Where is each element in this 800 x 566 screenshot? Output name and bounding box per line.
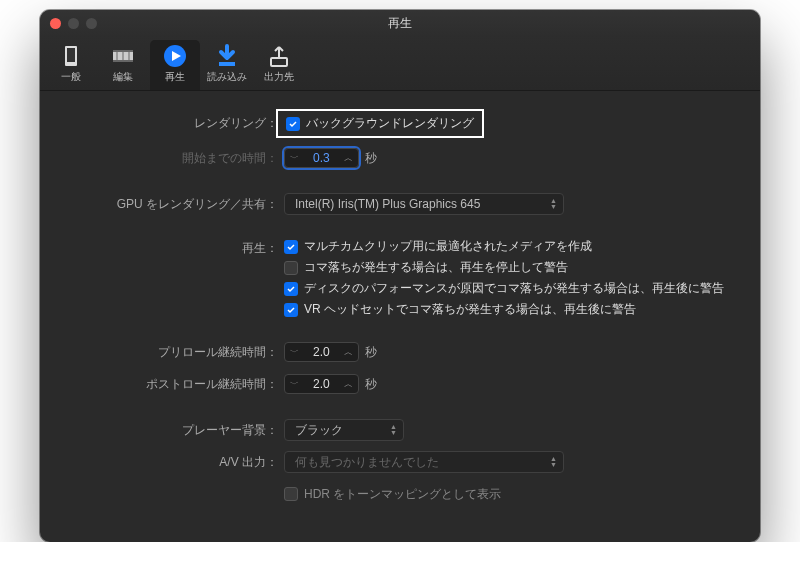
playback-option-label: コマ落ちが発生する場合は、再生を停止して警告 [304,259,568,276]
av-out-label: A/V 出力： [68,454,284,471]
svg-rect-11 [271,58,287,66]
preroll-label: プリロール継続時間： [68,344,284,361]
content-area: レンダリング： バックグラウンドレンダリング 開始までの時間： ﹀ 0.3 ︿ … [40,91,760,542]
rendering-label: レンダリング： [68,115,284,132]
hdr-label: HDR をトーンマッピングとして表示 [304,486,501,503]
tab-general[interactable]: 一般 [46,40,96,90]
window-title: 再生 [40,15,760,32]
playback-option-label: VR ヘッドセットでコマ落ちが発生する場合は、再生後に警告 [304,301,636,318]
tab-editing[interactable]: 編集 [98,40,148,90]
chevron-down-icon[interactable]: ﹀ [285,149,303,167]
tab-destinations[interactable]: 出力先 [254,40,304,90]
preferences-window: 再生 一般 編集 再生 読み込み [40,10,760,542]
postroll-label: ポストロール継続時間： [68,376,284,393]
bg-rendering-label: バックグラウンドレンダリング [306,115,474,132]
chevron-up-icon[interactable]: ︿ [340,343,358,361]
preroll-stepper[interactable]: ﹀ 2.0 ︿ [284,342,359,362]
gpu-select[interactable]: Intel(R) Iris(TM) Plus Graphics 645 ▲▼ [284,193,564,215]
playback-option-checkbox[interactable] [284,282,298,296]
playback-option-checkbox[interactable] [284,261,298,275]
editing-icon [111,44,135,68]
chevron-up-icon[interactable]: ︿ [340,149,358,167]
svg-rect-10 [219,62,235,66]
playback-option-label: ディスクのパフォーマンスが原因でコマ落ちが発生する場合は、再生後に警告 [304,280,724,297]
tab-playback[interactable]: 再生 [150,40,200,90]
chevron-up-icon[interactable]: ︿ [340,375,358,393]
postroll-stepper[interactable]: ﹀ 2.0 ︿ [284,374,359,394]
chevron-down-icon[interactable]: ﹀ [285,343,303,361]
start-delay-stepper[interactable]: ﹀ 0.3 ︿ [284,148,359,168]
highlight-annotation: バックグラウンドレンダリング [276,109,484,138]
updown-icon: ▲▼ [390,424,397,436]
playback-option-checkbox[interactable] [284,303,298,317]
playback-label: 再生： [68,238,284,257]
av-out-select[interactable]: 何も見つかりませんでした ▲▼ [284,451,564,473]
import-icon [215,44,239,68]
chevron-down-icon[interactable]: ﹀ [285,375,303,393]
player-bg-select[interactable]: ブラック ▲▼ [284,419,404,441]
start-delay-label: 開始までの時間： [68,150,284,167]
playback-options: マルチカムクリップ用に最適化されたメディアを作成コマ落ちが発生する場合は、再生を… [284,238,724,318]
destinations-icon [267,44,291,68]
bg-rendering-checkbox[interactable] [286,117,300,131]
tab-import[interactable]: 読み込み [202,40,252,90]
playback-option-checkbox[interactable] [284,240,298,254]
playback-option-label: マルチカムクリップ用に最適化されたメディアを作成 [304,238,592,255]
player-bg-label: プレーヤー背景： [68,422,284,439]
hdr-checkbox[interactable] [284,487,298,501]
gpu-label: GPU をレンダリング／共有： [68,196,284,213]
updown-icon: ▲▼ [550,198,557,210]
prefs-toolbar: 一般 編集 再生 読み込み 出力先 [40,36,760,91]
svg-rect-1 [67,48,75,62]
updown-icon: ▲▼ [550,456,557,468]
play-icon [163,44,187,68]
general-icon [59,44,83,68]
titlebar: 再生 [40,10,760,36]
